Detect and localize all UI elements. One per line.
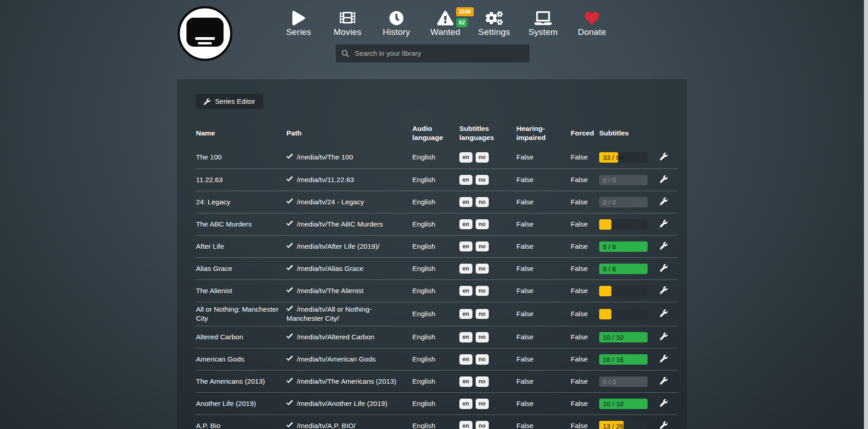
- subtitles-progress-cell: 0 / 0: [599, 197, 659, 207]
- nav-item-system[interactable]: System: [519, 6, 568, 37]
- edit-series-button[interactable]: [659, 354, 668, 365]
- series-path-text: /media/tv/11.22.63: [297, 176, 354, 183]
- search-input[interactable]: [354, 49, 524, 58]
- language-badge: no: [476, 264, 489, 274]
- edit-series-button[interactable]: [659, 420, 668, 429]
- series-name-link[interactable]: 24: Legacy: [196, 198, 286, 207]
- series-name-link[interactable]: The Americans (2013): [196, 377, 286, 386]
- forced-value: False: [571, 377, 599, 386]
- edit-series-button[interactable]: [659, 219, 668, 230]
- series-name-link[interactable]: A.P. Bio: [196, 421, 286, 429]
- subtitles-progress-bar: 0 / 0: [599, 376, 648, 387]
- series-editor-button[interactable]: Series Editor: [196, 94, 263, 109]
- table-row: Altered Carbon /media/tv/Altered Carbon …: [196, 326, 677, 348]
- header-hearing-impaired: Hearing-impaired: [516, 124, 571, 142]
- wrench-icon: [660, 153, 668, 160]
- language-badge: no: [476, 332, 489, 342]
- subtitles-progress-bar: [599, 219, 648, 230]
- edit-series-button[interactable]: [659, 174, 668, 185]
- subtitles-progress-cell: 6 / 6: [599, 264, 659, 274]
- language-badge: en: [459, 354, 472, 365]
- series-name-link[interactable]: The ABC Murders: [196, 220, 286, 229]
- audio-language-value: English: [412, 333, 459, 342]
- row-actions: [659, 398, 677, 409]
- edit-series-button[interactable]: [659, 332, 668, 342]
- forced-value: False: [571, 198, 599, 207]
- table-row: The Alienist /media/tv/The Alienist Engl…: [196, 280, 677, 302]
- wrench-icon: [660, 286, 668, 294]
- page-scrollbar[interactable]: [864, 0, 868, 429]
- series-name-link[interactable]: After Life: [196, 242, 286, 251]
- audio-language-value: English: [412, 399, 459, 408]
- edit-series-button[interactable]: [659, 285, 668, 296]
- edit-series-button[interactable]: [659, 308, 668, 319]
- nav-item-settings[interactable]: Settings: [470, 6, 519, 37]
- nav-item-movies[interactable]: Movies: [323, 6, 372, 37]
- language-badge: en: [459, 264, 472, 274]
- hearing-impaired-value: False: [516, 153, 571, 162]
- progress-label: 0 / 0: [603, 197, 616, 207]
- check-icon: [286, 378, 293, 384]
- subtitle-language-badges: enno: [459, 286, 516, 296]
- nav-item-donate[interactable]: Donate: [568, 6, 616, 37]
- series-name-link[interactable]: Another Life (2019): [196, 399, 286, 408]
- subtitles-progress-bar: 10 / 10: [599, 332, 648, 342]
- check-icon: [286, 306, 293, 312]
- series-name-link[interactable]: American Gods: [196, 355, 286, 364]
- table-row: The ABC Murders /media/tv/The ABC Murder…: [196, 213, 677, 235]
- series-name-link[interactable]: The 100: [196, 153, 286, 162]
- header-forced: Forced: [571, 129, 599, 138]
- wrench-icon: [660, 355, 668, 362]
- table-row: 24: Legacy /media/tv/24 - Legacy English…: [196, 191, 677, 213]
- subtitle-language-badges: enno: [459, 421, 516, 429]
- series-name-link[interactable]: The Alienist: [196, 286, 286, 295]
- nav-item-history[interactable]: History: [372, 6, 421, 37]
- series-path: /media/tv/The Alienist: [286, 286, 412, 295]
- clock-icon: [389, 6, 404, 25]
- forced-value: False: [571, 175, 599, 184]
- series-path: /media/tv/American Gods: [286, 355, 412, 364]
- forced-value: False: [571, 264, 599, 273]
- series-name-link[interactable]: Alias Grace: [196, 264, 286, 273]
- row-actions: [659, 354, 677, 365]
- table-row: Another Life (2019) /media/tv/Another Li…: [196, 392, 677, 415]
- table-row: The Americans (2013) /media/tv/The Ameri…: [196, 370, 677, 392]
- table-row: A.P. Bio /media/tv/A.P. BIO/ English enn…: [196, 415, 677, 429]
- table-row: Alias Grace /media/tv/Alias Grace Englis…: [196, 257, 677, 280]
- progress-fill: [599, 286, 611, 296]
- series-path: /media/tv/The Americans (2013): [286, 377, 412, 386]
- nav-item-wanted[interactable]: Wanted 2246 62: [421, 6, 470, 37]
- row-actions: [659, 332, 677, 342]
- progress-label: 6 / 6: [603, 264, 616, 274]
- subtitle-language-badges: enno: [459, 197, 516, 207]
- nav-item-series[interactable]: Series: [274, 6, 323, 37]
- check-icon: [286, 221, 293, 227]
- subtitles-progress-bar: 10 / 10: [599, 399, 648, 409]
- edit-series-button[interactable]: [659, 241, 668, 252]
- edit-series-button[interactable]: [659, 376, 668, 387]
- series-name-link[interactable]: Altered Carbon: [196, 333, 286, 342]
- edit-series-button[interactable]: [659, 152, 668, 163]
- nav-label: Wanted: [430, 27, 460, 37]
- subtitles-progress-cell: 0 / 0: [599, 376, 659, 387]
- language-badge: en: [459, 286, 472, 296]
- edit-series-button[interactable]: [659, 197, 668, 207]
- series-name-link[interactable]: 11.22.63: [196, 175, 286, 184]
- series-path: /media/tv/After Life (2019)/: [286, 242, 412, 251]
- edit-series-button[interactable]: [659, 398, 668, 409]
- forced-value: False: [571, 242, 599, 251]
- forced-value: False: [571, 355, 599, 364]
- forced-value: False: [571, 309, 599, 318]
- series-name-link[interactable]: All or Nothing: Manchester City: [196, 305, 286, 323]
- language-badge: no: [476, 241, 489, 252]
- hearing-impaired-value: False: [516, 175, 571, 184]
- edit-series-button[interactable]: [659, 263, 668, 274]
- app-logo[interactable]: [177, 5, 233, 62]
- series-path-text: /media/tv/The Alienist: [297, 287, 363, 294]
- check-icon: [286, 243, 293, 249]
- audio-language-value: English: [412, 309, 459, 318]
- progress-label: 13 / 26: [603, 421, 624, 429]
- row-actions: [659, 308, 677, 319]
- subtitles-progress-cell: [599, 309, 659, 319]
- header-subtitles: Subtitles: [599, 129, 659, 138]
